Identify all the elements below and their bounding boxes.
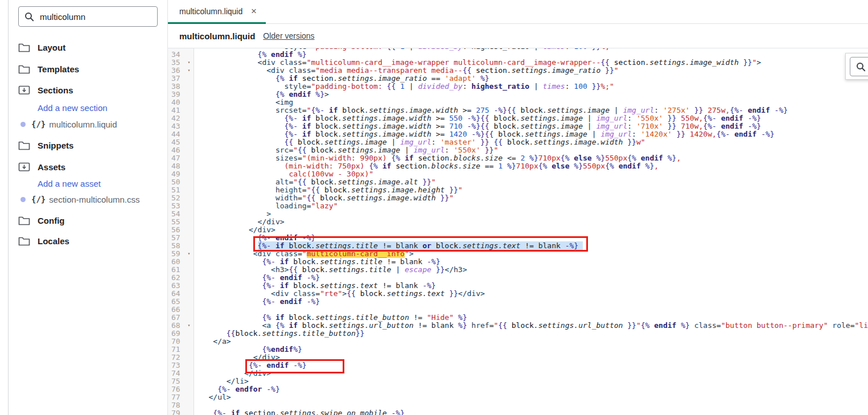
code-line-49[interactable]: 49 calc(100vw - 30px)"	[168, 170, 868, 178]
code-line-48[interactable]: 48 (min-width: 750px) {% if section.bloc…	[168, 162, 868, 170]
code-line-55[interactable]: 55 </div>	[168, 218, 868, 226]
code-line-69[interactable]: 69 {{block.settings.title_button}}	[168, 330, 868, 338]
close-icon[interactable]: ×	[251, 6, 257, 16]
sidebar-item-snippets[interactable]: Snippets	[18, 139, 73, 151]
code-line-56[interactable]: 56 </div>	[168, 226, 868, 234]
sidebar-item-config[interactable]: Config	[18, 214, 64, 227]
sidebar-item-add-a-new-section[interactable]: Add a new section	[38, 101, 108, 114]
code-line-78[interactable]: 78	[168, 401, 868, 409]
code-tokens: </li>	[227, 377, 249, 385]
fold-arrow-icon[interactable]: ▾	[184, 59, 194, 67]
token: 1420w,	[685, 130, 717, 138]
code-line-77[interactable]: 77 </ul>	[168, 393, 868, 401]
code-tokens: <h3>{{ block.settings.title | escape }}<…	[271, 265, 467, 274]
code-line-63[interactable]: 63 {%- if block.settings.text != blank -…	[168, 282, 868, 290]
code-line-45[interactable]: 45 {{ block.settings.image | img_url: 'm…	[168, 138, 868, 146]
token: block	[302, 265, 324, 274]
sidebar-item-layout[interactable]: Layout	[18, 41, 65, 54]
sidebar-item-multicolumn-liquid[interactable]: {/}multicolumn.liquid	[18, 118, 117, 130]
code-line-67[interactable]: 67 {% if block.settings.title_button != …	[168, 314, 868, 322]
token: class	[293, 289, 315, 298]
code-line-34[interactable]: 34 {% endif %}	[168, 51, 868, 59]
code-line-62[interactable]: 62 {%- endif -%}	[168, 274, 868, 282]
code-line-38[interactable]: 38 style="padding-bottom: {{ 1 | divided…	[168, 83, 868, 91]
token: "	[458, 186, 463, 194]
find-input-box[interactable]	[850, 57, 868, 76]
code-line-65[interactable]: 65 {%- endif -%}	[168, 298, 868, 306]
older-versions-link[interactable]: Older versions	[263, 31, 314, 40]
code-line-50[interactable]: 50 alt="{{ block.settings.image.alt }}"	[168, 178, 868, 186]
code-line-58[interactable]: 58 {%- if block.settings.title != blank …	[168, 242, 868, 250]
token: </div>	[258, 217, 285, 226]
code-line-57[interactable]: 57 {%- endif -%}	[168, 234, 868, 242]
code-line-64[interactable]: 64 <div class="rte">{{ block.settings.te…	[168, 290, 868, 298]
code-line-61[interactable]: 61 <h3>{{ block.settings.title | escape …	[168, 266, 868, 274]
code-line-41[interactable]: 41 srcset="{%- if block.settings.image.w…	[168, 106, 868, 114]
token: %}	[315, 90, 324, 98]
code-line-52[interactable]: 52 width="{{ block.settings.image.width …	[168, 194, 868, 202]
token: -%}	[467, 122, 480, 130]
code-line-35[interactable]: 35▾ <div class="multicolumn-card__image-…	[168, 59, 868, 67]
code-line-37[interactable]: 37 {% if section.settings.image_ratio ==…	[168, 75, 868, 83]
code-line-40[interactable]: 40 <img	[168, 98, 868, 106]
code-text: {%- endif -%}	[194, 361, 307, 369]
token: >	[266, 209, 271, 218]
line-number: 67	[168, 314, 184, 322]
token: {{	[311, 186, 324, 194]
code-editor[interactable]: style="padding-bottom: {{ 1 | divided_by…	[168, 48, 868, 415]
code-line-51[interactable]: 51 height="{{ block.settings.image.heigh…	[168, 186, 868, 194]
token: style	[285, 82, 307, 91]
token: (min-width: 750px)	[285, 162, 369, 170]
token: -%}	[391, 409, 404, 415]
code-line-79[interactable]: 79 {%- if section.settings.swipe_on_mobi…	[168, 409, 868, 415]
code-tokens: sizes="(min-width: 990px) {% if section.…	[275, 154, 681, 162]
sidebar-search-input[interactable]	[40, 12, 151, 22]
code-line-73[interactable]: 73 {%- endif -%}	[168, 361, 868, 369]
token	[690, 321, 694, 330]
fold-arrow-icon[interactable]: ▾	[184, 250, 194, 258]
token: block	[520, 106, 542, 114]
code-line-71[interactable]: 71 {%endif%}	[168, 346, 868, 354]
fold-arrow-icon	[184, 258, 194, 266]
code-line-60[interactable]: 60 {%- if block.settings.title != blank …	[168, 258, 868, 266]
code-file-icon: {/}	[31, 195, 46, 204]
sidebar-item-add-a-new-asset[interactable]: Add a new asset	[38, 177, 101, 190]
code-line-53[interactable]: 53 loading="lazy"	[168, 202, 868, 210]
code-line-47[interactable]: 47 sizes="(min-width: 990px) {% if secti…	[168, 154, 868, 162]
token: -%}	[302, 233, 315, 242]
code-line-46[interactable]: 46 src="{{ block.settings.image | img_ur…	[168, 146, 868, 154]
code-line-54[interactable]: 54 >	[168, 210, 868, 218]
code-line-70[interactable]: 70 </a>	[168, 338, 868, 346]
token: if	[280, 257, 289, 266]
token: else	[552, 162, 569, 170]
sidebar-item-locales[interactable]: Locales	[18, 235, 69, 247]
token: {{	[498, 321, 511, 330]
sidebar-item-templates[interactable]: Templates	[18, 63, 79, 75]
token: =	[302, 106, 307, 114]
code-line-59[interactable]: 59▾ <div class="multicolumn-card__info">	[168, 250, 868, 258]
line-number: 43	[168, 122, 184, 130]
token: {%	[641, 321, 654, 330]
sidebar-search-box[interactable]	[18, 6, 158, 27]
code-line-68[interactable]: 68▾ <a {% if block.settings.url_button !…	[168, 322, 868, 330]
code-line-44[interactable]: 44 {%- if block.settings.image.width >= …	[168, 130, 868, 138]
code-line-76[interactable]: 76 {%- endfor -%}	[168, 385, 868, 393]
tab-multicolumn-liquid[interactable]: multicolumn.liquid ×	[168, 0, 266, 24]
fold-arrow-icon[interactable]: ▾	[184, 67, 194, 75]
fold-arrow-icon[interactable]: ▾	[184, 322, 194, 330]
token: {{	[298, 146, 311, 154]
token: >=	[431, 122, 449, 130]
code-line-43[interactable]: 43 {%- if block.settings.image.width >= …	[168, 122, 868, 130]
code-line-74[interactable]: 74 </div>	[168, 369, 868, 377]
code-line-42[interactable]: 42 {%- if block.settings.image.width >= …	[168, 114, 868, 122]
sidebar-item-assets[interactable]: Assets	[18, 161, 65, 173]
token: .settings.text	[458, 241, 521, 250]
code-line-72[interactable]: 72 </div>	[168, 354, 868, 361]
code-line-39[interactable]: 39 {% endif %}>	[168, 91, 868, 98]
token: {{	[307, 194, 320, 202]
code-line-66[interactable]: 66	[168, 306, 868, 314]
code-line-75[interactable]: 75 </li>	[168, 377, 868, 385]
sidebar-item-section-multicolumn-css[interactable]: {/}section-multicolumn.css	[18, 193, 140, 206]
code-line-36[interactable]: 36▾ <div class="media media--transparent…	[168, 67, 868, 75]
sidebar-item-sections[interactable]: Sections	[18, 84, 73, 96]
